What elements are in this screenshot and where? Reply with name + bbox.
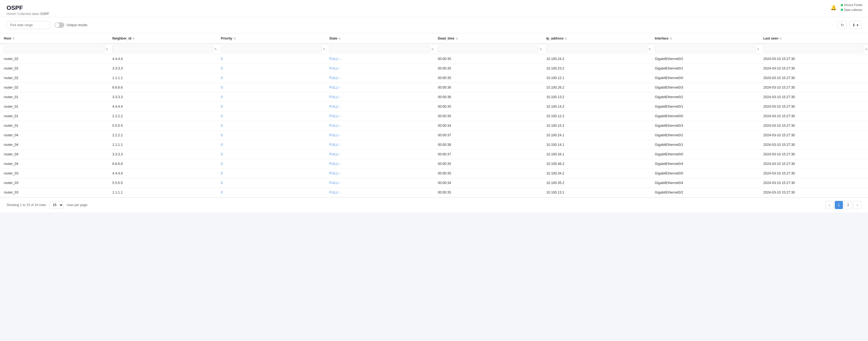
notification-icon[interactable]: 🔔	[830, 5, 836, 11]
cell-last_seen: 2024-03-10 15:27:30	[760, 178, 868, 188]
priority-link[interactable]: 0	[221, 133, 223, 137]
table-row: router_023.3.3.30FULL/ -00:00:3510.100.2…	[0, 64, 868, 73]
cell-host: router_01	[0, 112, 108, 121]
priority-link[interactable]: 0	[221, 191, 223, 194]
col-interface[interactable]: Interface	[651, 33, 760, 44]
col-priority[interactable]: Priority	[217, 33, 326, 44]
table-row: router_031.1.1.10FULL/ -00:00:3510.100.1…	[0, 188, 868, 197]
filter-neighbor-id-input[interactable]	[112, 46, 213, 52]
filter-state-input[interactable]	[330, 46, 430, 52]
cell-last_seen: 2024-03-10 15:27:30	[760, 121, 868, 131]
cell-priority: 0	[217, 169, 326, 178]
toolbar: Unique results ↻ ⬇ ▾	[0, 17, 868, 33]
state-link[interactable]: FULL/ -	[330, 143, 341, 147]
cell-host: router_02	[0, 54, 108, 64]
state-link[interactable]: FULL/ -	[330, 171, 341, 175]
cell-dead_time: 00:00:34	[434, 121, 542, 131]
priority-link[interactable]: 0	[221, 95, 223, 99]
col-ip-address[interactable]: Ip_address	[542, 33, 651, 44]
state-link[interactable]: FULL/ -	[330, 181, 341, 185]
page-2-button[interactable]: 2	[844, 201, 852, 209]
priority-link[interactable]: 0	[221, 143, 223, 147]
priority-link[interactable]: 0	[221, 76, 223, 80]
date-picker-input[interactable]	[6, 21, 50, 29]
state-link[interactable]: FULL/ -	[330, 133, 341, 137]
state-link[interactable]: FULL/ -	[330, 86, 341, 89]
cell-ip_address: 10.100.46.2	[542, 159, 651, 169]
priority-link[interactable]: 0	[221, 57, 223, 61]
priority-link[interactable]: 0	[221, 171, 223, 175]
cell-ip_address: 10.100.35.2	[542, 178, 651, 188]
priority-link[interactable]: 0	[221, 162, 223, 166]
state-link[interactable]: FULL/ -	[330, 95, 341, 99]
showing-text: Showing 1 to 15 of 24 rows	[6, 203, 46, 207]
filter-last-seen-input[interactable]	[764, 46, 864, 52]
breadcrumb-collected-data[interactable]: Collected data	[18, 12, 38, 16]
cell-priority: 0	[217, 83, 326, 92]
col-state[interactable]: State	[326, 33, 434, 44]
state-link[interactable]: FULL/ -	[330, 162, 341, 166]
col-host[interactable]: Host	[0, 33, 108, 44]
filter-host-input[interactable]	[4, 46, 104, 52]
col-neighbor-id[interactable]: Neighbor_id	[108, 33, 217, 44]
priority-link[interactable]: 0	[221, 124, 223, 127]
breadcrumb-home[interactable]: Home	[6, 12, 15, 16]
cell-ip_address: 10.100.15.2	[542, 121, 651, 131]
col-dead-time[interactable]: Dead_time	[434, 33, 542, 44]
cell-interface: GigabitEthernet0/0	[651, 150, 760, 159]
priority-link[interactable]: 0	[221, 152, 223, 156]
cell-neighbor_id: 3.3.3.3	[108, 64, 217, 73]
state-link[interactable]: FULL/ -	[330, 152, 341, 156]
unique-results-toggle[interactable]	[55, 22, 64, 28]
cell-interface: GigabitEthernet0/2	[651, 188, 760, 197]
download-button[interactable]: ⬇ ▾	[849, 21, 862, 29]
cell-dead_time: 00:00:35	[434, 64, 542, 73]
filter-priority-input[interactable]	[221, 46, 322, 52]
cell-state: FULL/ -	[326, 102, 434, 112]
cell-priority: 0	[217, 140, 326, 150]
page-1-button[interactable]: 1	[835, 201, 843, 209]
data-collector-status: Data collector	[841, 8, 863, 12]
refresh-button[interactable]: ↻	[838, 21, 847, 29]
cell-ip_address: 10.100.14.1	[542, 140, 651, 150]
cell-state: FULL/ -	[326, 64, 434, 73]
priority-link[interactable]: 0	[221, 181, 223, 185]
cell-host: router_04	[0, 159, 108, 169]
per-page-select[interactable]: 15 25 50	[49, 201, 63, 208]
table-row: router_014.4.4.40FULL/ -00:00:3510.100.1…	[0, 102, 868, 112]
table-row: router_034.4.4.40FULL/ -00:00:3510.100.3…	[0, 169, 868, 178]
cell-neighbor_id: 5.5.5.5	[108, 121, 217, 131]
filter-host	[0, 44, 108, 54]
filter-interface-input[interactable]	[655, 46, 756, 52]
page-header: OSPF Home• Collected data• OSPF	[0, 0, 868, 17]
cell-interface: GigabitEthernet0/0	[651, 73, 760, 83]
col-last-seen[interactable]: Last seen	[760, 33, 868, 44]
priority-link[interactable]: 0	[221, 86, 223, 89]
cell-host: router_02	[0, 64, 108, 73]
state-link[interactable]: FULL/ -	[330, 124, 341, 127]
state-link[interactable]: FULL/ -	[330, 66, 341, 70]
cell-priority: 0	[217, 54, 326, 64]
breadcrumb-current: OSPF	[40, 12, 49, 16]
state-link[interactable]: FULL/ -	[330, 105, 341, 109]
filter-neighbor-id	[108, 44, 217, 54]
filter-dead-time	[434, 44, 542, 54]
state-link[interactable]: FULL/ -	[330, 114, 341, 118]
cell-state: FULL/ -	[326, 121, 434, 131]
next-page-button[interactable]: ›	[853, 201, 862, 209]
cell-dead_time: 00:00:34	[434, 178, 542, 188]
filter-ip-address-input[interactable]	[546, 46, 647, 52]
filter-dead-time-input[interactable]	[438, 46, 538, 52]
prev-page-button[interactable]: ‹	[826, 201, 834, 209]
priority-link[interactable]: 0	[221, 105, 223, 109]
state-link[interactable]: FULL/ -	[330, 57, 341, 61]
cell-state: FULL/ -	[326, 112, 434, 121]
cell-interface: GigabitEthernet0/4	[651, 178, 760, 188]
table-body: router_024.4.4.40FULL/ -00:00:3510.100.2…	[0, 54, 868, 197]
priority-link[interactable]: 0	[221, 66, 223, 70]
cell-host: router_03	[0, 169, 108, 178]
state-link[interactable]: FULL/ -	[330, 76, 341, 80]
cell-dead_time: 00:00:36	[434, 92, 542, 102]
state-link[interactable]: FULL/ -	[330, 191, 341, 194]
priority-link[interactable]: 0	[221, 114, 223, 118]
